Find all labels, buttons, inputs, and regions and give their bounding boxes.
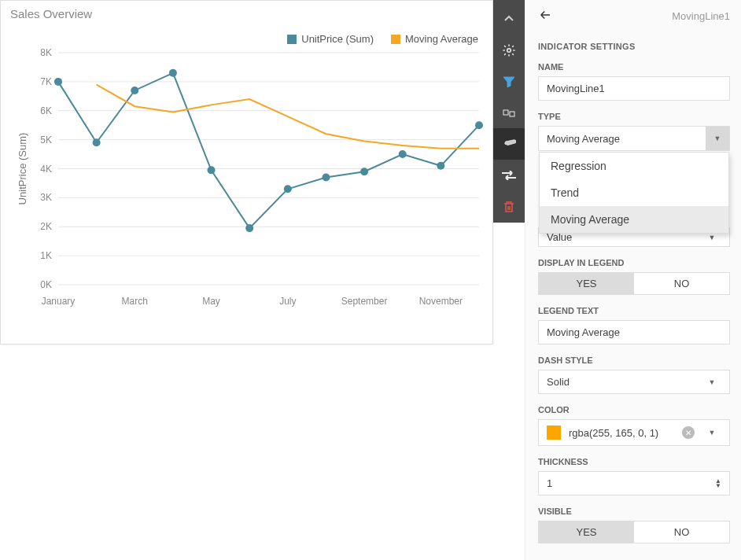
visible-label: VISIBLE bbox=[538, 507, 730, 516]
chart-panel: Sales Overview UnitPrice (Sum) Moving Av… bbox=[0, 0, 493, 344]
legend-item-unitprice[interactable]: UnitPrice (Sum) bbox=[287, 33, 374, 45]
link-data-button[interactable] bbox=[493, 98, 525, 129]
svg-text:UnitPrice (Sum): UnitPrice (Sum) bbox=[17, 133, 28, 205]
chevron-down-icon: ▼ bbox=[702, 429, 721, 437]
indicator-button[interactable] bbox=[493, 128, 525, 160]
filter-button[interactable] bbox=[493, 66, 525, 98]
delete-button[interactable] bbox=[493, 191, 525, 223]
chart-title: Sales Overview bbox=[1, 1, 492, 27]
color-select[interactable]: rgba(255, 165, 0, 1) ✕ ▼ bbox=[538, 419, 730, 446]
spinner-icon[interactable]: ▲▼ bbox=[715, 479, 721, 488]
type-option-trend[interactable]: Trend bbox=[540, 179, 728, 206]
color-value: rgba(255, 165, 0, 1) bbox=[569, 427, 658, 439]
svg-point-34 bbox=[399, 150, 407, 158]
settings-button[interactable] bbox=[493, 35, 525, 66]
svg-point-28 bbox=[169, 69, 177, 77]
svg-text:November: November bbox=[419, 296, 463, 307]
arrows-button[interactable] bbox=[493, 160, 525, 191]
svg-point-33 bbox=[360, 168, 368, 175]
svg-point-35 bbox=[437, 162, 444, 170]
panel-title: MovingLine1 bbox=[672, 10, 730, 22]
name-label: NAME bbox=[538, 62, 730, 72]
svg-point-29 bbox=[208, 166, 216, 174]
svg-point-26 bbox=[93, 138, 101, 146]
chevron-down-icon: ▼ bbox=[702, 378, 721, 386]
vertical-toolbar bbox=[493, 0, 525, 223]
legend-label: UnitPrice (Sum) bbox=[301, 33, 374, 45]
chevron-down-icon: ▼ bbox=[702, 234, 721, 241]
svg-point-30 bbox=[245, 224, 253, 232]
color-swatch bbox=[547, 426, 561, 440]
display-legend-yes[interactable]: YES bbox=[539, 273, 634, 294]
dash-style-select[interactable]: Solid ▼ bbox=[538, 370, 730, 394]
svg-text:5K: 5K bbox=[40, 134, 52, 146]
svg-text:1K: 1K bbox=[40, 250, 52, 261]
type-dropdown-menu: Regression Trend Moving Average bbox=[539, 152, 729, 234]
section-label: INDICATOR SETTINGS bbox=[538, 42, 730, 51]
type-option-moving-average[interactable]: Moving Average bbox=[540, 206, 728, 233]
thickness-label: THICKNESS bbox=[538, 457, 730, 466]
legend-swatch-moving-average bbox=[391, 35, 400, 44]
svg-text:7K: 7K bbox=[40, 76, 52, 87]
type-select-value: Moving Average bbox=[547, 133, 620, 145]
type-option-regression[interactable]: Regression bbox=[540, 153, 728, 179]
color-label: COLOR bbox=[538, 405, 730, 414]
svg-text:September: September bbox=[341, 296, 388, 307]
svg-text:January: January bbox=[42, 296, 76, 307]
visible-toggle: YES NO bbox=[538, 521, 730, 543]
legend-text-label: LEGEND TEXT bbox=[538, 306, 730, 315]
display-in-legend-label: DISPLAY IN LEGEND bbox=[538, 258, 730, 267]
svg-text:May: May bbox=[202, 296, 220, 307]
svg-rect-38 bbox=[503, 110, 508, 115]
display-legend-no[interactable]: NO bbox=[634, 273, 729, 294]
svg-point-32 bbox=[322, 174, 330, 182]
svg-point-31 bbox=[284, 185, 292, 193]
legend-swatch-unitprice bbox=[287, 35, 297, 44]
svg-text:4K: 4K bbox=[40, 164, 52, 175]
chart-legend: UnitPrice (Sum) Moving Average bbox=[1, 27, 492, 45]
svg-point-27 bbox=[131, 87, 138, 94]
thickness-input[interactable]: 1 ▲▼ bbox=[538, 471, 730, 496]
svg-text:8K: 8K bbox=[40, 47, 52, 58]
legend-text-input[interactable] bbox=[538, 320, 730, 344]
visible-yes[interactable]: YES bbox=[539, 521, 634, 543]
svg-text:July: July bbox=[279, 296, 296, 307]
svg-point-37 bbox=[507, 49, 511, 53]
svg-point-36 bbox=[475, 121, 483, 129]
svg-rect-39 bbox=[510, 112, 514, 116]
svg-text:3K: 3K bbox=[40, 192, 52, 203]
svg-text:March: March bbox=[122, 296, 148, 307]
type-label: TYPE bbox=[538, 112, 730, 121]
name-input[interactable] bbox=[538, 76, 730, 101]
dash-style-value: Solid bbox=[547, 376, 570, 388]
chart-plot-area: 0K1K2K3K4K5K6K7K8KJanuaryMarchMayJulySep… bbox=[15, 45, 487, 316]
svg-text:2K: 2K bbox=[40, 221, 52, 232]
svg-text:6K: 6K bbox=[40, 105, 52, 116]
legend-label: Moving Average bbox=[405, 33, 478, 45]
svg-text:0K: 0K bbox=[40, 279, 52, 290]
dash-style-label: DASH STYLE bbox=[538, 356, 730, 365]
svg-point-25 bbox=[54, 78, 62, 86]
visible-no[interactable]: NO bbox=[634, 521, 729, 543]
legend-item-moving-average[interactable]: Moving Average bbox=[391, 33, 478, 45]
chevron-down-icon: ▼ bbox=[706, 127, 729, 150]
indicator-settings-panel: MovingLine1 INDICATOR SETTINGS NAME TYPE… bbox=[525, 0, 741, 560]
type-select[interactable]: Moving Average ▼ Regression Trend Moving… bbox=[538, 126, 730, 151]
thickness-value: 1 bbox=[547, 477, 552, 489]
back-button[interactable] bbox=[538, 8, 552, 24]
collapse-button[interactable] bbox=[493, 3, 525, 35]
clear-color-button[interactable]: ✕ bbox=[682, 426, 695, 439]
display-in-legend-toggle: YES NO bbox=[538, 272, 730, 295]
